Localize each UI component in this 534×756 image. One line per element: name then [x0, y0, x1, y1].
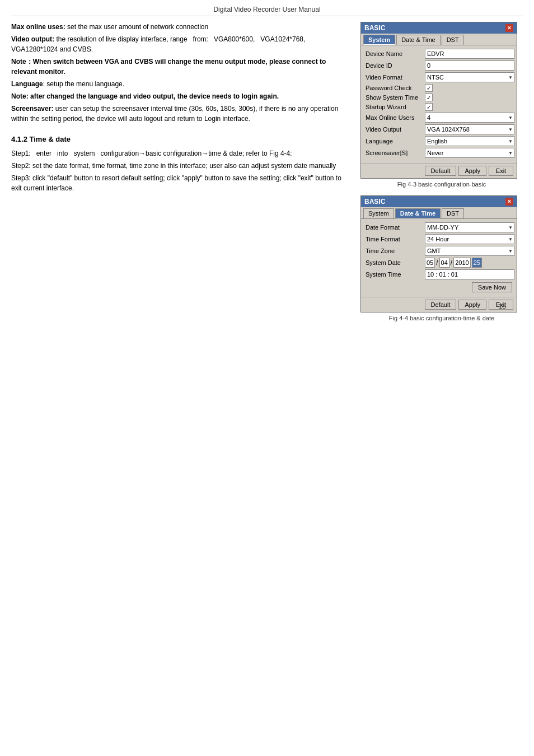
value-video-format[interactable]: NTSC▼	[425, 72, 514, 82]
dropdown-arrow-7: ▼	[508, 237, 513, 242]
section-heading-time: 4.1.2 Time & date	[11, 134, 349, 145]
dialog2-close-button[interactable]: ✕	[505, 198, 513, 206]
row-language: Language English▼	[363, 136, 514, 146]
date-day[interactable]: 04	[439, 258, 449, 268]
row-screensaver: Screensaver[S] Never▼	[363, 148, 514, 158]
label-video-format: Video Format	[363, 74, 425, 81]
dialog2-default-button[interactable]: Default	[425, 300, 457, 310]
dialog1-body: Device Name EDVR Device ID 0 Video Forma…	[361, 45, 517, 163]
dialog2-title: BASIC	[364, 198, 385, 206]
checkbox-password-check[interactable]: ✓	[425, 84, 433, 92]
row-system-date: System Date 05 / 04 / 2010 25	[363, 258, 514, 268]
row-password-check: Password Check ✓	[363, 84, 514, 92]
dialog2-titlebar: BASIC ✕	[361, 196, 517, 207]
row-show-system-time: Show System Time ✓	[363, 94, 514, 101]
save-now-row: Save Now	[363, 281, 514, 293]
label-system-time: System Time	[363, 271, 425, 278]
tab2-system[interactable]: System	[363, 208, 394, 218]
dropdown-arrow: ▼	[508, 75, 513, 80]
label-time-format: Time Format	[363, 236, 425, 242]
tab-dst[interactable]: DST	[442, 35, 464, 45]
tab-date-time[interactable]: Date & Time	[396, 35, 441, 45]
label-system-date: System Date	[363, 259, 425, 266]
value-screensaver[interactable]: Never▼	[425, 148, 514, 158]
dropdown-arrow-2: ▼	[508, 115, 513, 120]
dropdown-arrow-5: ▼	[508, 151, 513, 156]
dialog1-footer: Default Apply Exit	[361, 163, 517, 178]
dialog1-default-button[interactable]: Default	[425, 166, 457, 176]
step1: Step1: enter into system configuration→b…	[11, 148, 349, 158]
label-screensaver: Screensaver[S]	[363, 150, 425, 156]
left-column: Max online uses: set the max user amount…	[11, 22, 349, 321]
label-device-id: Device ID	[363, 62, 425, 69]
row-device-name: Device Name EDVR	[363, 49, 514, 59]
dialog1-close-button[interactable]: ✕	[505, 24, 513, 32]
label-startup-wizard: Startup Wizard	[363, 104, 425, 110]
right-column: BASIC ✕ System Date & Time DST Device Na…	[360, 22, 523, 321]
tab2-date-time[interactable]: Date & Time	[395, 208, 441, 218]
row-video-output: Video Output VGA 1024X768▼	[363, 124, 514, 134]
row-time-zone: Time Zone GMT▼	[363, 246, 514, 256]
dialog1-titlebar: BASIC ✕	[361, 22, 517, 34]
value-system-time[interactable]: 10 : 01 : 01	[425, 269, 514, 279]
value-max-online-users[interactable]: 4▼	[425, 113, 514, 123]
dialog1-title: BASIC	[364, 24, 385, 32]
dialog1-exit-button[interactable]: Exit	[489, 166, 513, 176]
label-date-format: Date Format	[363, 224, 425, 231]
dropdown-arrow-8: ▼	[508, 249, 513, 254]
tab2-dst[interactable]: DST	[442, 208, 464, 218]
para-video-output: Video output: the resolution of live dis…	[11, 34, 349, 54]
checkbox-startup-wizard[interactable]: ✓	[425, 103, 433, 111]
value-date-format[interactable]: MM-DD-YY▼	[425, 222, 514, 232]
label-device-name: Device Name	[363, 50, 425, 57]
row-time-format: Time Format 24 Hour▼	[363, 234, 514, 244]
system-date-container[interactable]: 05 / 04 / 2010 25	[425, 258, 514, 268]
date-month[interactable]: 05	[425, 258, 435, 268]
date-spin[interactable]: 25	[472, 258, 482, 268]
dialog2-body: Date Format MM-DD-YY▼ Time Format 24 Hou…	[361, 219, 517, 297]
value-device-id[interactable]: 0	[425, 60, 514, 71]
dialog1-apply-button[interactable]: Apply	[458, 166, 486, 176]
step2: Step2: set the date format, time format,…	[11, 161, 349, 171]
tab-system[interactable]: System	[363, 35, 395, 45]
dialog-basic-system: BASIC ✕ System Date & Time DST Device Na…	[360, 22, 523, 188]
checkbox-show-system-time[interactable]: ✓	[425, 94, 433, 101]
label-max-online-users: Max Online Users	[363, 114, 425, 121]
value-video-output[interactable]: VGA 1024X768▼	[425, 124, 514, 134]
page-header: Digital Video Recorder User Manual	[11, 6, 523, 16]
label-time-zone: Time Zone	[363, 248, 425, 254]
label-video-output: Video Output	[363, 126, 425, 133]
para-max-online: Max online uses: set the max user amount…	[11, 22, 349, 32]
dialog2-caption: Fig 4-4 basic configuration-time & date	[360, 315, 523, 321]
dialog2: BASIC ✕ System Date & Time DST Date Form…	[360, 195, 517, 312]
dropdown-arrow-6: ▼	[508, 225, 513, 230]
value-device-name[interactable]: EDVR	[425, 49, 514, 59]
para-note-language: Note: after changed the language and vid…	[11, 91, 349, 101]
label-show-system-time: Show System Time	[363, 94, 425, 101]
dropdown-arrow-3: ▼	[508, 127, 513, 132]
value-language[interactable]: English▼	[425, 136, 514, 146]
label-language: Language	[363, 138, 425, 144]
value-time-format[interactable]: 24 Hour▼	[425, 234, 514, 244]
dialog1-tabs: System Date & Time DST	[361, 34, 517, 45]
dialog2-apply-button[interactable]: Apply	[458, 300, 486, 310]
dialog1: BASIC ✕ System Date & Time DST Device Na…	[360, 22, 517, 179]
row-max-online-users: Max Online Users 4▼	[363, 113, 514, 123]
para-note-vga: Note：When switch between VGA and CVBS wi…	[11, 57, 349, 77]
row-device-id: Device ID 0	[363, 60, 514, 71]
dialog1-caption: Fig 4-3 basic configuration-basic	[360, 181, 523, 188]
row-system-time: System Time 10 : 01 : 01	[363, 269, 514, 279]
row-startup-wizard: Startup Wizard ✓	[363, 103, 514, 111]
dropdown-arrow-4: ▼	[508, 139, 513, 144]
page-number: 18	[499, 302, 506, 310]
label-password-check: Password Check	[363, 85, 425, 91]
row-date-format: Date Format MM-DD-YY▼	[363, 222, 514, 232]
para-language: Language: setup the menu language.	[11, 79, 349, 89]
save-now-button[interactable]: Save Now	[472, 282, 512, 292]
dialog2-tabs: System Date & Time DST	[361, 207, 517, 219]
date-year[interactable]: 2010	[453, 258, 470, 268]
value-time-zone[interactable]: GMT▼	[425, 246, 514, 256]
row-video-format: Video Format NTSC▼	[363, 72, 514, 82]
para-screensaver: Screensaver: user can setup the screensa…	[11, 104, 349, 124]
step3: Step3: click "default" button to resort …	[11, 173, 349, 193]
